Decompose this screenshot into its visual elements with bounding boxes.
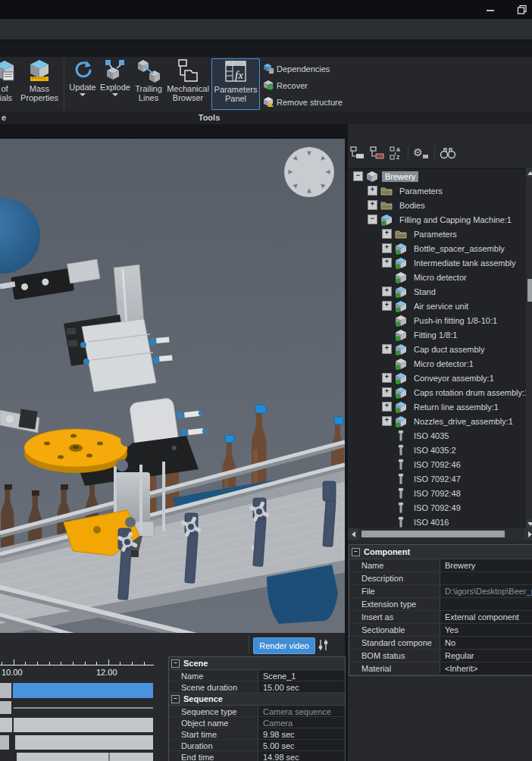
table-of-materials-button[interactable]: ofrials (0, 58, 21, 102)
scroll-down-button[interactable] (526, 519, 532, 528)
property-value[interactable]: 5.00 sec (258, 740, 345, 750)
tree-item-label[interactable]: ISO 7092:48 (411, 488, 464, 499)
timeline-ruler[interactable] (0, 665, 154, 665)
tree-item[interactable]: −Filling and Capping Machine:1 (349, 212, 526, 227)
tree-expander[interactable]: − (368, 215, 377, 224)
3d-viewport[interactable] (0, 138, 345, 634)
tree-expander[interactable]: + (382, 402, 392, 412)
property-value[interactable]: External component (440, 611, 532, 623)
tree-item-label[interactable]: ISO 7092:46 (411, 459, 464, 470)
tree-item-label[interactable]: Air service unit (411, 301, 471, 312)
tree-item-label[interactable]: Return line assembly:1 (411, 402, 502, 412)
property-value[interactable]: 14.98 sec (258, 751, 345, 761)
tree-item[interactable]: −Brewery (349, 169, 526, 183)
property-value[interactable]: 9.98 sec (258, 728, 345, 739)
timeline-bar[interactable] (17, 753, 153, 761)
property-value[interactable]: <Inherit> (440, 662, 532, 675)
tree-item-label[interactable]: Micro detector:1 (411, 359, 477, 369)
trailing-lines-button[interactable]: TrailingLines (131, 58, 166, 102)
tree-item-label[interactable]: Push-in fitting 1/8-10:1 (411, 315, 500, 326)
tree-item-label[interactable]: Parameters (396, 186, 446, 196)
property-value[interactable]: Yes (440, 624, 532, 636)
section-header[interactable]: −Sequence (169, 693, 345, 706)
property-value[interactable]: Regular (440, 650, 532, 662)
mechanical-browser-button[interactable]: MechanicalBrowser (167, 58, 208, 102)
timeline-track[interactable] (0, 735, 159, 750)
tree-expander[interactable]: − (353, 171, 363, 181)
timeline-bar[interactable] (15, 735, 153, 750)
tree-item-label[interactable]: Conveyor assembly:1 (411, 373, 497, 384)
tree-expander[interactable]: + (382, 258, 392, 268)
explode-button[interactable]: Explode (99, 58, 131, 96)
tree-horizontal-scrollbar[interactable] (348, 528, 532, 540)
tree-item-label[interactable]: ISO 7092:49 (411, 503, 464, 513)
explode-dropdown-caret[interactable] (112, 93, 118, 96)
parameters-panel-button[interactable]: fx ParametersPanel (211, 58, 260, 110)
tree-expander[interactable]: + (382, 416, 392, 426)
property-value[interactable]: 15.00 sec (258, 681, 345, 692)
update-dropdown-caret[interactable] (80, 93, 86, 96)
sort-az-icon[interactable]: A Z (390, 146, 403, 160)
tree-item[interactable]: Micro detector (349, 270, 526, 284)
tree-item-label[interactable]: Bodies (396, 200, 428, 211)
property-value[interactable]: No (440, 637, 532, 649)
tree-expander[interactable]: + (382, 243, 392, 253)
property-value[interactable]: Camera (258, 717, 345, 728)
tree-expander[interactable]: + (368, 200, 377, 210)
tree-item[interactable]: Fitting 1/8:1 (349, 327, 526, 342)
tree-item[interactable]: ISO 7092:49 (349, 500, 526, 515)
timeline-settings-icon[interactable] (317, 639, 330, 651)
timeline-track[interactable] (0, 753, 159, 761)
recover-button[interactable]: Recover (263, 80, 308, 91)
tree-item-label[interactable]: ISO 7092:47 (411, 474, 464, 484)
tree-item[interactable]: Micro detector:1 (349, 356, 526, 371)
navigation-wheel[interactable] (284, 147, 334, 197)
scroll-up-button[interactable] (526, 168, 532, 177)
timeline-bar[interactable] (14, 718, 153, 732)
tree-item-label[interactable]: ISO 4035:2 (411, 445, 459, 456)
scrollbar-thumb[interactable] (361, 531, 505, 537)
tree-item[interactable]: ISO 4016 (349, 515, 526, 529)
tree-item[interactable]: +Air service unit (349, 299, 526, 313)
mass-properties-button[interactable]: MassProperties (20, 58, 59, 102)
property-value[interactable]: Brewery (440, 559, 532, 572)
tree-item[interactable]: +Nozzles_drive_assembly:1 (349, 414, 526, 428)
tree-item-label[interactable]: Caps rotation drum assembly:1 (411, 387, 526, 398)
tree-item-label[interactable]: Fitting 1/8:1 (411, 330, 460, 340)
tree-item-label[interactable]: Intermediate tank assembly (411, 258, 519, 268)
tree-expander[interactable]: + (382, 301, 392, 311)
dependencies-button[interactable]: Dependencies (263, 63, 330, 74)
tree-item-label[interactable]: Parameters (411, 229, 460, 240)
property-value[interactable]: Camera sequence (258, 706, 345, 716)
tree-item[interactable]: ISO 7092:47 (349, 471, 526, 486)
restore-button[interactable] (512, 3, 532, 16)
settings-gears-icon[interactable]: ⚙ (413, 146, 430, 161)
tree-expander[interactable]: + (382, 229, 392, 239)
scrollbar-thumb[interactable] (527, 279, 532, 302)
tree-item-label[interactable]: Brewery (382, 171, 418, 182)
tree-item[interactable]: +Parameters (349, 227, 526, 241)
tree-item-label[interactable]: ISO 4035 (411, 431, 452, 441)
render-video-button[interactable]: Render video (253, 637, 315, 654)
tree-vertical-scrollbar[interactable] (526, 168, 532, 528)
tree-item-label[interactable]: Stand (411, 287, 439, 297)
collapse-icon[interactable]: − (171, 695, 180, 703)
tree-item-label[interactable]: Nozzles_drive_assembly:1 (411, 416, 516, 427)
timeline-bar[interactable] (0, 701, 11, 714)
timeline-bar[interactable] (0, 683, 11, 698)
property-value[interactable] (440, 598, 532, 610)
tree-item[interactable]: Push-in fitting 1/8-10:1 (349, 313, 526, 327)
section-header[interactable]: −Scene (169, 657, 345, 670)
tree-item[interactable]: +Cap duct assembly (349, 342, 526, 356)
tree-item[interactable]: +Return line assembly:1 (349, 399, 526, 414)
update-button[interactable]: Update (67, 58, 99, 96)
property-value[interactable] (440, 572, 532, 584)
property-value[interactable]: Scene_1 (258, 670, 345, 681)
tree-expander[interactable]: + (382, 373, 392, 383)
tree-item-label[interactable]: Cap duct assembly (411, 344, 488, 355)
timeline-bar[interactable] (0, 718, 12, 732)
tree-item[interactable]: +Intermediate tank assembly (349, 255, 526, 270)
tree-item-label[interactable]: Micro detector (411, 272, 470, 283)
component-panel-header[interactable]: − Component (349, 545, 532, 559)
tree-item[interactable]: +Bodies (349, 198, 526, 212)
